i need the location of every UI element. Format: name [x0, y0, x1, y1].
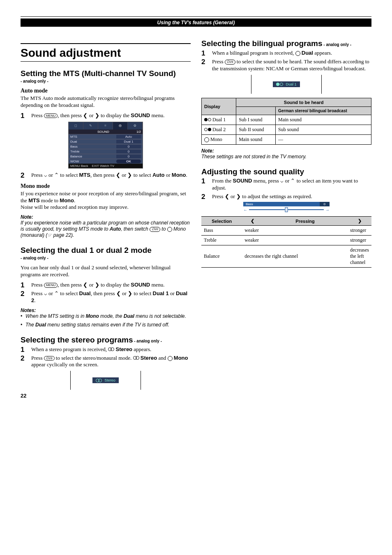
mono-label: Mono	[172, 172, 186, 178]
osd-page: 1/2	[136, 130, 141, 134]
dual-label: Dual	[302, 50, 313, 56]
osd-tab-icon: ✎	[83, 122, 98, 130]
osd-chip-text: Dual 1	[286, 82, 296, 86]
right-column: Selecting the bilingual programs - analo…	[201, 39, 371, 394]
t: menu.	[150, 282, 164, 288]
dual-step-2: 2 Press ⌵ or ⌃ to select Dual, then pres…	[21, 290, 191, 304]
osd-row-value: 0	[116, 150, 141, 153]
cell: —	[275, 134, 371, 144]
stereo-step-2: 2 Press ∅I/II to select the stereo/monau…	[21, 355, 191, 369]
t: Selecting the bilingual programs	[201, 39, 323, 48]
mode-button-icon: ∅I/II	[150, 227, 160, 232]
t: to adjust the settings as required.	[241, 193, 312, 199]
th-right-arrow: ❯	[348, 217, 371, 226]
t: , then press	[91, 290, 116, 296]
bullet-icon: •	[21, 322, 25, 328]
osd-row-value: Dual 1	[116, 140, 141, 143]
stereo-label: Stereo	[116, 346, 132, 352]
right-arrow-icon: ❯	[236, 193, 241, 199]
t: Press	[31, 282, 44, 288]
t: appears.	[313, 50, 332, 56]
mono-symbol-icon	[204, 137, 209, 142]
auto-label: Auto	[152, 172, 165, 178]
t: mode to	[40, 197, 60, 204]
osd-row-label: Bass	[70, 145, 116, 148]
header-rule	[21, 16, 371, 17]
right-arrow-icon: →	[325, 208, 330, 212]
mono-mode-heading: Mono mode	[21, 183, 191, 190]
up-arrow-icon: ⌃	[54, 172, 59, 178]
right-arrow-icon: ❯	[95, 112, 99, 118]
dual-label: Dual	[79, 290, 91, 296]
osd-sound-menu: ◻ ✎ ≡ ◎ ✿ SOUND 1/2 MTSAuto DualDual 1 B…	[68, 122, 143, 169]
step-text: Press ❮ or ❯ to adjust the settings as r…	[212, 193, 371, 200]
mts-label: MTS	[79, 172, 90, 178]
step-number: 2	[201, 58, 212, 65]
t: to	[160, 226, 167, 232]
left-arrow-icon: ❮	[116, 290, 121, 296]
t: menu.	[150, 112, 164, 118]
cell: weaker	[242, 226, 348, 236]
cell: Dual 1	[212, 117, 226, 123]
t: .	[74, 197, 75, 204]
osd-slider: Bass 0 ← →	[243, 202, 330, 212]
osd-chip-text: Stereo	[104, 378, 115, 382]
step-text: Press ⌵ or ⌃ to select Dual, then press …	[31, 290, 191, 304]
t: to select	[59, 172, 79, 178]
note-label: Note:	[201, 148, 371, 154]
slider-thumb	[285, 207, 288, 212]
left-arrow-icon: ❮	[83, 112, 88, 118]
osd-row-label: MTS	[70, 135, 116, 139]
auto-mode-body: The MTS Auto mode automatically recogniz…	[21, 95, 191, 109]
t: Selecting the stereo programs	[21, 335, 133, 344]
t: to display the	[99, 282, 131, 288]
t: to select the sound to be heard. The sou…	[212, 58, 369, 72]
auto-label: Auto	[110, 226, 121, 232]
t: When a bilingual program is received,	[212, 50, 295, 56]
pressing-table: Selection ❮ Pressing ❯ Bass weaker stron…	[201, 216, 371, 268]
quality-heading: Adjusting the sound quality	[201, 167, 371, 176]
t: or	[121, 290, 128, 296]
left-arrow-icon: ❮	[83, 282, 88, 288]
right-arrow-icon: ❯	[127, 172, 132, 178]
dual-body: You can hear only dual 1 or dual 2 sound…	[21, 264, 191, 278]
mono-label: Mono	[86, 313, 99, 319]
stereo-symbol-icon	[133, 356, 139, 360]
note-item: • The Dual menu setting status remains e…	[21, 322, 191, 328]
t: menu setting status remains even if the …	[46, 322, 169, 328]
menu-button-icon: MENU	[44, 113, 58, 118]
step-text: Press ⌵ or ⌃ to select MTS, then press ❮…	[31, 172, 191, 179]
cell: Dual 2	[212, 127, 226, 132]
cell: Main sound	[275, 115, 371, 125]
th-selection: Selection	[201, 217, 242, 226]
cell: stronger	[348, 236, 371, 245]
mono-symbol-icon	[167, 227, 172, 232]
osd-row-value: Auto	[116, 135, 141, 139]
step-number: 2	[21, 172, 31, 179]
step-text: From the SOUND menu, press ⌵ or ⌃ to sel…	[212, 178, 371, 192]
auto-mode-heading: Auto mode	[21, 88, 191, 94]
left-column: Sound adjustment Setting the MTS (Multi-…	[21, 39, 191, 394]
left-arrow-icon: ❮	[225, 193, 229, 199]
down-arrow-icon: ⌵	[44, 172, 47, 178]
mode-button-icon: ∅I/II	[44, 356, 55, 361]
t: or	[47, 172, 54, 178]
cell: Main sound	[236, 134, 276, 144]
step-number: 1	[21, 282, 31, 289]
osd-row-label: Balance	[70, 155, 116, 158]
osd-row-label: WOW	[70, 160, 116, 163]
dual-symbol-icon	[204, 128, 211, 131]
osd-tab-icon: ≡	[98, 122, 113, 130]
t: Press	[212, 58, 225, 65]
dual-symbol-icon	[276, 83, 283, 86]
table-row: Bass weaker stronger	[201, 226, 371, 236]
osd-foot-watch: EXIT Watch TV	[92, 164, 114, 168]
cell: weaker	[242, 236, 348, 245]
slider-label: Bass	[243, 202, 320, 206]
page-number: 22	[21, 393, 26, 399]
th-german: German stereo/ bilingual broadcast	[275, 106, 371, 115]
step-number: 1	[201, 178, 212, 185]
bilingual-heading: Selecting the bilingual programs - analo…	[201, 39, 371, 48]
t: , then press	[58, 112, 83, 118]
cell: Balance	[201, 245, 242, 268]
